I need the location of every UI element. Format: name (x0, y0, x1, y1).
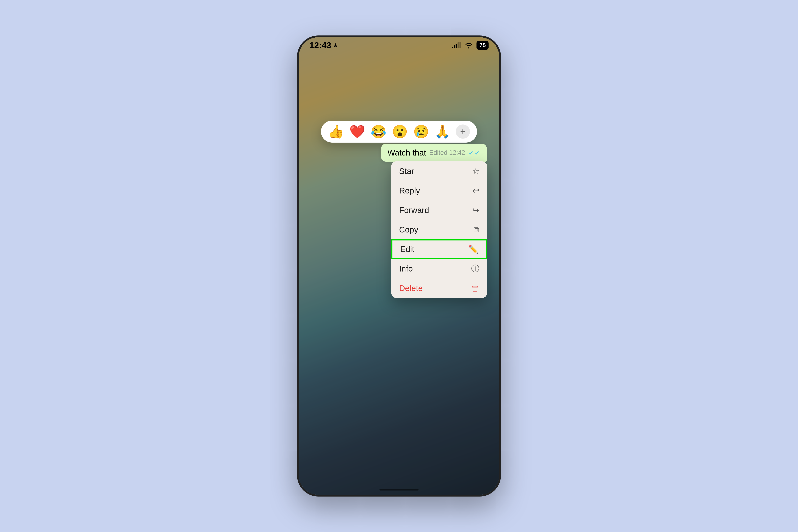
phone-frame: 12:43 75 👍 ❤️ 😂 😮 😢 (297, 36, 501, 496)
home-indicator (380, 489, 418, 491)
forward-label: Forward (399, 205, 429, 215)
emoji-pray[interactable]: 🙏 (435, 125, 451, 138)
svg-rect-4 (459, 42, 461, 49)
svg-rect-0 (452, 46, 453, 49)
battery-display: 75 (476, 41, 489, 50)
menu-item-star[interactable]: Star ☆ (392, 162, 487, 181)
svg-rect-3 (457, 42, 459, 49)
emoji-heart[interactable]: ❤️ (349, 125, 365, 138)
status-icons: 75 (452, 41, 489, 50)
edit-label: Edit (400, 244, 414, 254)
menu-item-copy[interactable]: Copy ⧉ (392, 220, 487, 240)
wifi-icon (464, 42, 473, 49)
menu-item-info[interactable]: Info ⓘ (392, 259, 487, 279)
menu-item-edit[interactable]: Edit ✏️ (392, 240, 487, 259)
forward-icon: ↪ (472, 205, 479, 215)
status-time: 12:43 (309, 40, 338, 50)
svg-rect-2 (456, 44, 457, 49)
edit-icon: ✏️ (468, 244, 478, 254)
svg-rect-1 (454, 45, 455, 49)
signal-icon (452, 42, 461, 49)
delete-label: Delete (399, 283, 423, 293)
delete-icon: 🗑 (471, 283, 479, 293)
time-display: 12:43 (309, 40, 331, 50)
menu-item-delete[interactable]: Delete 🗑 (392, 279, 487, 298)
message-edited-label: Edited 12:42 (429, 149, 465, 156)
menu-item-forward[interactable]: Forward ↪ (392, 201, 487, 220)
reply-icon: ↩ (472, 186, 479, 195)
info-icon: ⓘ (471, 263, 479, 274)
emoji-reaction-bar[interactable]: 👍 ❤️ 😂 😮 😢 🙏 + (321, 120, 477, 142)
star-icon: ☆ (472, 166, 479, 176)
location-icon (333, 43, 338, 48)
star-label: Star (399, 166, 414, 176)
message-text: Watch that (387, 148, 426, 157)
emoji-laugh[interactable]: 😂 (370, 125, 386, 138)
emoji-wow[interactable]: 😮 (392, 125, 408, 138)
reply-label: Reply (399, 186, 420, 195)
emoji-cry[interactable]: 😢 (413, 125, 429, 138)
copy-icon: ⧉ (474, 225, 479, 234)
message-bubble: Watch that Edited 12:42 ✓✓ (381, 144, 487, 162)
copy-label: Copy (399, 225, 418, 234)
menu-item-reply[interactable]: Reply ↩ (392, 181, 487, 201)
status-bar: 12:43 75 (299, 37, 499, 53)
emoji-thumbsup[interactable]: 👍 (328, 125, 344, 138)
context-menu: Star ☆ Reply ↩ Forward ↪ Copy ⧉ Edit ✏️ … (392, 162, 487, 298)
info-label: Info (399, 264, 413, 273)
emoji-more-button[interactable]: + (456, 125, 470, 139)
message-checkmarks: ✓✓ (468, 149, 480, 157)
